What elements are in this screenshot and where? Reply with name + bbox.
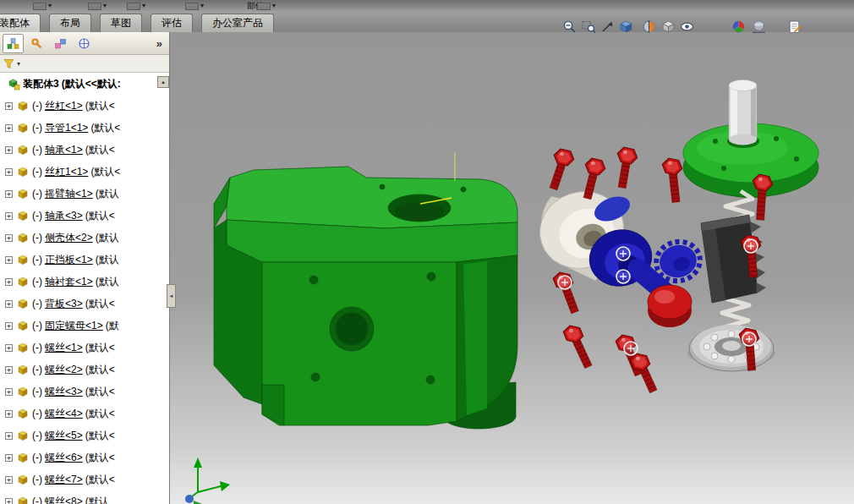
section-view-icon[interactable] (639, 18, 658, 35)
mate-marker[interactable] (558, 276, 572, 289)
tree-item[interactable]: +(-)螺丝<7>(默认< (0, 468, 169, 490)
blue-shaft-assembly[interactable] (583, 192, 704, 293)
expand-icon[interactable]: + (5, 146, 13, 154)
tree-item[interactable]: +(-)轴承<3>(默认< (0, 205, 169, 227)
tree-item[interactable]: +(-)正挡板<1>(默认 (0, 249, 169, 271)
expand-icon[interactable]: + (5, 344, 13, 352)
tree-item[interactable]: +(-)侧壳体<2>(默认 (0, 227, 169, 249)
tree-item[interactable]: +(-)固定螺母<1>(默 (0, 315, 169, 337)
menu-dropdown-icon[interactable]: ▾ (272, 1, 276, 10)
display-style-icon[interactable] (659, 18, 677, 35)
expand-icon[interactable]: + (5, 322, 13, 330)
mate-marker[interactable] (616, 247, 630, 260)
ribbon-tab-3[interactable]: 评估 (151, 14, 193, 32)
tree-root[interactable]: 装配体3(默认<<默认: (0, 73, 169, 95)
tree-item[interactable]: +(-)螺丝<3>(默认< (0, 381, 169, 403)
filter-funnel-icon[interactable] (3, 58, 14, 69)
ribbon-tab-0[interactable]: 装配体 (0, 14, 41, 32)
mate-marker[interactable] (624, 342, 638, 355)
menu-dropdown-icon[interactable]: ▾ (200, 1, 204, 10)
expand-icon[interactable]: + (5, 366, 13, 374)
expand-icon[interactable]: + (5, 432, 13, 440)
tree-item[interactable]: +(-)螺丝<8>(默认 (0, 490, 169, 504)
menu-dropdown-icon[interactable]: ▾ (48, 1, 52, 10)
zoom-out-icon[interactable] (560, 18, 578, 35)
tree-item[interactable]: +(-)丝杠<1>(默认< (0, 95, 169, 117)
zoom-fit-icon[interactable] (579, 18, 598, 35)
expand-icon[interactable]: + (5, 278, 13, 286)
part-icon (17, 474, 29, 485)
ribbon-tab-4[interactable]: 办公室产品 (201, 14, 274, 32)
bolt-part[interactable] (550, 148, 575, 190)
toolbar-stub-icon (127, 3, 140, 10)
viewport-3d[interactable] (170, 32, 854, 504)
hide-show-icon[interactable] (677, 18, 696, 35)
tree-item-config: (默认< (85, 385, 115, 399)
menu-dropdown-icon[interactable]: ▾ (103, 1, 107, 10)
ribbon-tab-1[interactable]: 布局 (49, 14, 91, 32)
bolt-part[interactable] (660, 157, 683, 203)
bolt-part[interactable] (561, 325, 592, 369)
tree-item[interactable]: +(-)摇臂轴<1>(默认 (0, 183, 169, 205)
tree-item[interactable]: +(-)丝杠1<1>(默认< (0, 161, 169, 183)
tree-item-name: 螺丝<5> (45, 429, 83, 443)
tree-scroll-up-button[interactable]: ▲ (157, 76, 169, 88)
bolt-part[interactable] (616, 146, 638, 189)
gear-rack-part[interactable] (701, 215, 766, 303)
expand-icon[interactable]: + (5, 410, 13, 418)
panel-overflow-button[interactable]: » (152, 37, 167, 50)
toolbar-stub-icon (257, 3, 271, 10)
expand-icon[interactable]: + (5, 454, 13, 462)
expand-icon[interactable]: + (5, 476, 13, 484)
tree-item[interactable]: +(-)螺丝<6>(默认< (0, 446, 169, 468)
viewport-area[interactable] (170, 32, 854, 504)
part-icon (17, 386, 29, 397)
expand-icon[interactable]: + (5, 498, 13, 504)
expand-icon[interactable]: + (5, 234, 13, 242)
filter-dropdown-icon[interactable]: ▾ (17, 60, 20, 68)
expand-icon[interactable]: + (5, 256, 13, 264)
tree-item[interactable]: +(-)螺丝<5>(默认< (0, 425, 169, 446)
menu-dropdown-icon[interactable]: ▾ (142, 1, 145, 10)
dimxpertmanager-tab[interactable] (74, 34, 95, 53)
bearing-part[interactable] (687, 325, 775, 371)
red-cap-part[interactable] (648, 285, 692, 327)
tree-item[interactable]: +(-)背板<3>(默认< (0, 293, 169, 315)
tree-item[interactable]: +(-)轴衬套<1>(默认 (0, 271, 169, 293)
part-icon (17, 298, 29, 310)
expand-icon[interactable]: + (5, 102, 13, 110)
tree-item-name: 螺丝<4> (45, 407, 83, 421)
feature-tree: 装配体3(默认<<默认:+(-)丝杠<1>(默认<+(-)导管1<1>(默认<+… (0, 73, 169, 504)
tree-item-config: (默认< (90, 121, 120, 135)
panel-splitter-handle[interactable]: ◄ (167, 284, 176, 308)
tree-item[interactable]: +(-)螺丝<4>(默认< (0, 403, 169, 425)
edit-appearance-icon[interactable] (729, 18, 747, 35)
expand-icon[interactable]: + (5, 300, 13, 308)
mate-marker[interactable] (744, 239, 758, 253)
apply-scene-icon[interactable] (749, 18, 768, 35)
piston-rod-part[interactable] (729, 80, 757, 145)
expand-icon[interactable]: + (5, 168, 13, 176)
configurationmanager-tab[interactable] (50, 34, 71, 53)
tree-item[interactable]: +(-)螺丝<2>(默认< (0, 359, 169, 381)
mate-marker[interactable] (742, 332, 756, 346)
zoom-area-icon[interactable] (598, 18, 616, 35)
tree-item[interactable]: +(-)螺丝<1>(默认< (0, 337, 169, 359)
tree-item[interactable]: +(-)轴承<1>(默认< (0, 139, 169, 161)
tree-item-name: 螺丝<7> (45, 473, 83, 487)
propertymanager-tab[interactable] (26, 34, 47, 53)
view-orientation-icon[interactable] (616, 18, 635, 35)
tree-item-name: 螺丝<2> (45, 363, 83, 377)
expand-icon[interactable]: + (5, 212, 13, 220)
tree-item[interactable]: +(-)导管1<1>(默认< (0, 117, 169, 139)
view-settings-icon[interactable] (785, 18, 803, 35)
expand-icon[interactable]: + (5, 388, 13, 396)
green-housing-part[interactable] (214, 152, 517, 429)
expand-icon[interactable]: + (5, 190, 13, 198)
ribbon-tab-2[interactable]: 草图 (100, 14, 142, 32)
mate-marker[interactable] (616, 270, 630, 283)
expand-icon[interactable]: + (5, 124, 13, 132)
bolt-part[interactable] (628, 353, 656, 393)
featuremanager-tab[interactable] (3, 34, 24, 53)
tree-item-config: (默认< (85, 99, 115, 113)
